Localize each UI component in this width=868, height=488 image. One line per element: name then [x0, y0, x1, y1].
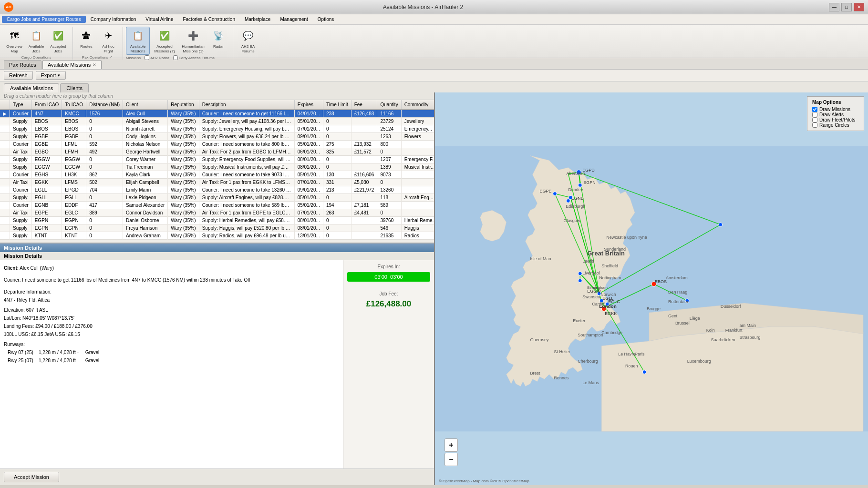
- menu-item-marketplace[interactable]: Marketplace: [240, 16, 275, 23]
- tab-pax-routes[interactable]: Pax Routes: [4, 60, 41, 69]
- client-line: Client: Alex Cull (Wary): [4, 264, 339, 272]
- content-tab-clients[interactable]: Clients: [60, 83, 89, 92]
- table-row[interactable]: Supply EBOS EBOS 0 Niamh Jarrett Wary (3…: [0, 125, 434, 133]
- humanitarian-missions-button[interactable]: ➕ HumanitarianMissions (1): [179, 27, 207, 55]
- early-access-checkbox-label[interactable]: Early Access Forums: [173, 55, 215, 60]
- ah2-radar-checkbox[interactable]: [145, 55, 149, 60]
- col-quantity[interactable]: Quantity: [377, 100, 401, 110]
- overview-map-button[interactable]: 🗺 OverviewMap: [4, 27, 25, 55]
- menu-item-cargo[interactable]: Cargo Jobs and Passenger Routes: [2, 16, 86, 23]
- table-row[interactable]: Air Taxi EGKK LFMS 502 Elijah Campbell W…: [0, 179, 434, 186]
- details-content: Client: Alex Cull (Wary) Courier: I need…: [0, 260, 434, 468]
- table-row[interactable]: Courier EGBE LFML 592 Nicholas Nelson Wa…: [0, 141, 434, 148]
- tab-close-icon[interactable]: ✕: [93, 62, 96, 67]
- export-button[interactable]: Export ▼: [36, 71, 66, 80]
- table-row[interactable]: Supply EGPN EGPN 0 Daniel Osborne Wary (…: [0, 217, 434, 224]
- col-reputation[interactable]: Reputation: [168, 100, 199, 110]
- runway-1: Rwy 07 (25) 1,228 m / 4,028 ft - Gravel: [4, 348, 339, 356]
- departure-header: Departure Information:: [4, 288, 339, 296]
- content-tab-missions[interactable]: Available Missions: [4, 83, 59, 92]
- col-distance[interactable]: Distance (NM): [86, 100, 123, 110]
- zoom-in-button[interactable]: +: [444, 438, 458, 452]
- table-row[interactable]: Supply EGPN EGPN 0 Freya Harrison Wary (…: [0, 224, 434, 232]
- table-row[interactable]: ▶ Courier 4N7 KMCC 1576 Alex Cull Wary (…: [0, 110, 434, 118]
- svg-text:Strasbourg: Strasbourg: [740, 335, 761, 340]
- early-access-checkbox[interactable]: [173, 55, 178, 60]
- svg-text:Great Britain: Great Britain: [587, 250, 625, 257]
- svg-text:Le Mans: Le Mans: [582, 380, 599, 385]
- map-attribution: © OpenStreetMap - Map data ©2019 OpenStr…: [439, 479, 529, 483]
- radar-button[interactable]: 📡 Radar: [208, 27, 229, 55]
- table-row[interactable]: Supply EGBE EGBE 0 Cody Hopkins Wary (35…: [0, 133, 434, 141]
- table-row[interactable]: Supply EGGW EGGW 0 Corey Warner Wary (35…: [0, 156, 434, 163]
- svg-text:Swansea: Swansea: [582, 295, 600, 299]
- svg-text:Le Havre: Le Havre: [618, 352, 635, 356]
- accept-mission-button[interactable]: Accept Mission: [4, 472, 59, 482]
- cargo-group: 🗺 OverviewMap 📋 AvailableJobs ✅ Accepted…: [4, 27, 73, 60]
- col-expires[interactable]: Expires: [294, 100, 323, 110]
- details-text[interactable]: Client: Alex Cull (Wary) Courier: I need…: [0, 260, 343, 468]
- col-from-icao[interactable]: From ICAO: [31, 100, 62, 110]
- draw-fleet-option[interactable]: Draw Fleet/Pilots: [812, 117, 859, 122]
- menu-item-options[interactable]: Options: [313, 16, 339, 23]
- accepted-jobs-button[interactable]: ✅ AcceptedJobs: [48, 27, 69, 55]
- table-scroll[interactable]: Type From ICAO To ICAO Distance (NM) Cli…: [0, 100, 434, 243]
- maximize-button[interactable]: □: [841, 3, 852, 11]
- svg-point-24: [566, 199, 570, 203]
- available-missions-button[interactable]: 📋 AvailableMissions: [126, 27, 150, 55]
- menu-item-company[interactable]: Company Information: [86, 16, 141, 23]
- col-to-icao[interactable]: To ICAO: [62, 100, 86, 110]
- map-svg[interactable]: EGPD EGPN EGNB EGPE EGGW EGLL EGLC: [435, 92, 868, 485]
- table-row[interactable]: Air Taxi EGPE EGLC 389 Connor Davidson W…: [0, 209, 434, 217]
- col-fee[interactable]: Fee: [351, 100, 377, 110]
- svg-text:Sheffield: Sheffield: [601, 264, 618, 268]
- range-circles-option[interactable]: Range Circles: [812, 122, 859, 128]
- fee-value: £126,488.00: [366, 299, 412, 309]
- svg-text:Newcastle upon Tyne: Newcastle upon Tyne: [606, 235, 647, 240]
- forums-button[interactable]: 💬 AH2 EAForums: [236, 27, 260, 55]
- table-row[interactable]: Courier EGLL EPGD 704 Emily Mann Wary (3…: [0, 186, 434, 194]
- window-controls: — □ ✕: [829, 3, 864, 11]
- title-bar: AH Available Missions - AirHauler 2 — □ …: [0, 0, 868, 14]
- svg-text:Aberdeen: Aberdeen: [566, 171, 585, 176]
- minimize-button[interactable]: —: [829, 3, 839, 11]
- svg-text:Paris: Paris: [635, 352, 645, 356]
- draw-alerts-option[interactable]: Draw Alerts: [812, 112, 859, 117]
- svg-point-26: [553, 192, 557, 195]
- missions-table: Type From ICAO To ICAO Distance (NM) Cli…: [0, 100, 434, 240]
- svg-point-41: [719, 223, 723, 226]
- ah2-radar-checkbox-label[interactable]: AH2 Radar: [145, 55, 169, 60]
- col-description[interactable]: Description: [199, 100, 294, 110]
- available-jobs-button[interactable]: 📋 AvailableJobs: [26, 27, 47, 55]
- svg-text:Brugge: Brugge: [647, 306, 661, 311]
- svg-text:Rotterdam: Rotterdam: [668, 299, 688, 304]
- table-row[interactable]: Supply EGGW EGGW 0 Tia Freeman Wary (35%…: [0, 163, 434, 171]
- window-title: Available Missions - AirHauler 2: [17, 4, 829, 10]
- col-time-limit[interactable]: Time Limit: [323, 100, 351, 110]
- zoom-out-button[interactable]: −: [444, 453, 458, 466]
- table-row[interactable]: Air Taxi EGBO LFMH 492 George Hartwell W…: [0, 148, 434, 156]
- menu-item-factories[interactable]: Factories & Construction: [178, 16, 240, 23]
- menu-item-management[interactable]: Management: [275, 16, 312, 23]
- tab-available-missions[interactable]: Available Missions ✕: [42, 60, 102, 69]
- col-client[interactable]: Client: [123, 100, 168, 110]
- expires-value: 03'00 03'00: [347, 272, 430, 282]
- accepted-missions-button[interactable]: ✅ AcceptedMissions (2): [151, 27, 178, 55]
- table-row[interactable]: Supply KTNT KTNT 0 Andrew Graham Wary (3…: [0, 232, 434, 240]
- routes-button[interactable]: 🛣 Routes: [76, 27, 97, 55]
- col-commodity[interactable]: Commodity: [401, 100, 434, 110]
- mission-details-header: Mission Details: [0, 244, 434, 252]
- table-row[interactable]: Courier EGHS LH3K 862 Kayla Clark Wary (…: [0, 171, 434, 179]
- close-button[interactable]: ✕: [854, 3, 864, 11]
- toolbar: 🗺 OverviewMap 📋 AvailableJobs ✅ Accepted…: [0, 25, 868, 58]
- svg-text:am Main: am Main: [740, 323, 756, 328]
- col-type[interactable]: Type: [10, 100, 32, 110]
- table-row[interactable]: Supply EBOS EBOS 0 Abigail Stevens Wary …: [0, 118, 434, 125]
- svg-text:Liège: Liège: [690, 316, 700, 321]
- refresh-button[interactable]: Refresh: [4, 71, 33, 80]
- draw-missions-option[interactable]: Draw Missions: [812, 107, 859, 112]
- menu-item-virtual[interactable]: Virtual Airline: [141, 16, 178, 23]
- table-row[interactable]: Courier EGNB EDDF 417 Samuel Alexander W…: [0, 202, 434, 209]
- adhoc-flight-button[interactable]: ✈ Ad-hocFlight: [98, 27, 119, 55]
- table-row[interactable]: Supply EGLL EGLL 0 Lexie Pidgeon Wary (3…: [0, 194, 434, 202]
